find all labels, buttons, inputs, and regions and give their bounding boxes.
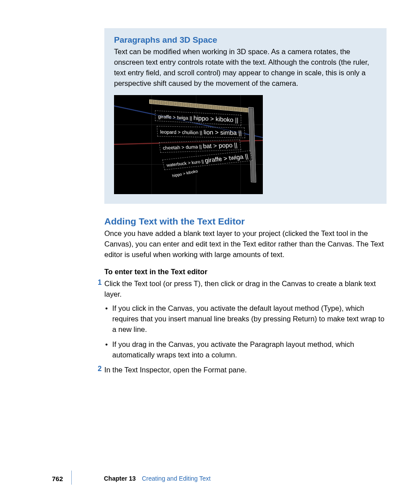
- text-fragment: giraffe > twiga ||: [158, 114, 192, 121]
- text-row: cheetah > duma || bat > popo ||: [159, 140, 241, 153]
- grid-line: [151, 95, 152, 194]
- step-1: 1 Click the Text tool (or press T), then…: [104, 279, 387, 300]
- text-fragment: giraffe > twiga ||: [204, 152, 249, 164]
- step-1-bullets: If you click in the Canvas, you activate…: [104, 303, 387, 361]
- step-2: 2 In the Text Inspector, open the Format…: [104, 365, 387, 375]
- page-number: 762: [52, 475, 63, 482]
- text-fragment: hippo > kiboko: [172, 169, 199, 178]
- page: Paragraphs and 3D Space Text can be modi…: [0, 0, 420, 504]
- procedure-heading: To enter text in the Text editor: [104, 268, 387, 276]
- text-row: giraffe > twiga || hippo > kiboko ||: [155, 110, 241, 125]
- section-intro: Once you have added a blank text layer t…: [104, 228, 387, 260]
- step-number: 2: [94, 365, 104, 375]
- chapter-title: Creating and Editing Text: [142, 475, 210, 482]
- step-text: Click the Text tool (or press T), then c…: [104, 279, 387, 300]
- screenshot-3d-text: giraffe > twiga || hippo > kiboko || leo…: [114, 95, 263, 194]
- step-number: 1: [94, 279, 104, 300]
- section-adding-text-with-text-editor: Adding Text with the Text Editor Once yo…: [104, 216, 387, 375]
- text-row: waterbuck > kuro || giraffe > twiga ||: [162, 150, 253, 169]
- step-text: In the Text Inspector, open the Format p…: [104, 365, 387, 375]
- page-footer: 762 Chapter 13 Creating and Editing Text: [0, 472, 420, 488]
- callout-body: Text can be modified when working in 3D …: [114, 47, 377, 89]
- text-fragment: waterbuck > kuro ||: [166, 159, 204, 168]
- bullet-item: If you click in the Canvas, you activate…: [111, 303, 387, 335]
- bullet-item: If you drag in the Canvas, you activate …: [111, 339, 387, 361]
- text-fragment: cheetah > duma ||: [162, 144, 202, 151]
- text-fragment: hippo > kiboko ||: [193, 114, 238, 123]
- callout-paragraphs-3d-space: Paragraphs and 3D Space Text can be modi…: [104, 28, 387, 204]
- chapter-label: Chapter 13: [104, 475, 136, 482]
- text-fragment: leopard > chuilion ||: [160, 129, 203, 135]
- section-heading: Adding Text with the Text Editor: [104, 216, 387, 227]
- chapter-reference: Chapter 13 Creating and Editing Text: [104, 475, 210, 482]
- text-scroll-control: [248, 107, 256, 182]
- footer-divider: [71, 471, 72, 485]
- text-fragment: bat > popo ||: [203, 141, 238, 150]
- callout-heading: Paragraphs and 3D Space: [114, 35, 377, 45]
- text-row: leopard > chuilion || lion > simba ||: [157, 126, 245, 138]
- text-fragment: lion > simba ||: [203, 129, 242, 136]
